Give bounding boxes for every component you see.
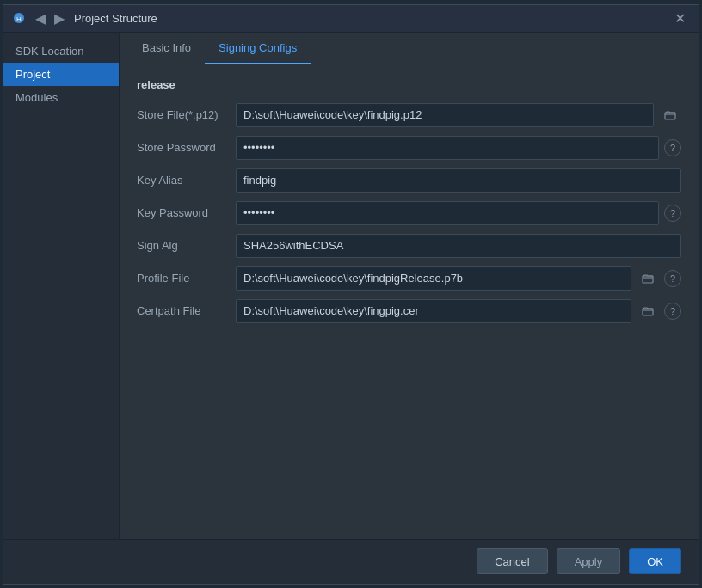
sign-alg-field bbox=[236, 234, 681, 258]
certpath-file-row: Certpath File ? bbox=[137, 299, 681, 323]
store-password-help-button[interactable]: ? bbox=[664, 139, 681, 156]
store-password-input[interactable] bbox=[236, 136, 659, 160]
app-icon: H bbox=[12, 11, 26, 25]
profile-file-row: Profile File ? bbox=[137, 266, 681, 291]
sidebar-item-sdk-location[interactable]: SDK Location bbox=[3, 40, 119, 63]
store-file-row: Store File(*.p12) bbox=[137, 103, 681, 127]
certpath-file-field: ? bbox=[236, 299, 681, 323]
project-structure-dialog: H ◀ ▶ Project Structure ✕ SDK Location P… bbox=[3, 4, 699, 585]
store-file-input[interactable] bbox=[236, 103, 654, 127]
key-alias-label: Key Alias bbox=[137, 174, 236, 187]
store-file-label: Store File(*.p12) bbox=[137, 108, 236, 121]
tab-basic-info[interactable]: Basic Info bbox=[128, 33, 205, 64]
store-password-field: ? bbox=[236, 136, 681, 160]
sidebar-item-project[interactable]: Project bbox=[3, 63, 119, 86]
svg-rect-3 bbox=[643, 276, 653, 283]
certpath-file-browse-button[interactable] bbox=[637, 300, 659, 322]
svg-rect-4 bbox=[643, 309, 653, 315]
svg-text:H: H bbox=[16, 15, 22, 23]
dialog-title: Project Structure bbox=[74, 12, 669, 25]
dialog-body: SDK Location Project Modules Basic Info … bbox=[3, 33, 699, 539]
title-bar: H ◀ ▶ Project Structure ✕ bbox=[3, 5, 699, 33]
key-password-label: Key Password bbox=[137, 206, 236, 219]
apply-button[interactable]: Apply bbox=[557, 548, 621, 574]
ok-button[interactable]: OK bbox=[629, 548, 681, 574]
cancel-button[interactable]: Cancel bbox=[477, 548, 547, 574]
certpath-file-help-button[interactable]: ? bbox=[664, 303, 681, 320]
certpath-file-input[interactable] bbox=[236, 299, 631, 323]
svg-rect-2 bbox=[665, 113, 675, 119]
key-alias-field bbox=[236, 168, 681, 193]
profile-file-field: ? bbox=[236, 266, 681, 291]
forward-arrow[interactable]: ▶ bbox=[52, 10, 67, 27]
key-password-help-button[interactable]: ? bbox=[664, 205, 681, 222]
section-title: release bbox=[137, 78, 681, 91]
sidebar: SDK Location Project Modules bbox=[3, 33, 120, 539]
store-file-field bbox=[236, 103, 681, 127]
certpath-file-label: Certpath File bbox=[137, 304, 236, 317]
sign-alg-row: Sign Alg bbox=[137, 234, 681, 258]
close-button[interactable]: ✕ bbox=[669, 8, 690, 28]
back-arrow[interactable]: ◀ bbox=[33, 10, 48, 27]
key-password-input[interactable] bbox=[236, 201, 659, 225]
profile-file-browse-button[interactable] bbox=[637, 267, 659, 290]
key-alias-input[interactable] bbox=[236, 168, 681, 193]
main-content: Basic Info Signing Configs release Store… bbox=[120, 33, 699, 539]
key-password-field: ? bbox=[236, 201, 681, 225]
tab-signing-configs[interactable]: Signing Configs bbox=[205, 33, 311, 64]
profile-file-label: Profile File bbox=[137, 272, 236, 285]
store-password-row: Store Password ? bbox=[137, 136, 681, 160]
key-alias-row: Key Alias bbox=[137, 168, 681, 193]
tabs: Basic Info Signing Configs bbox=[120, 33, 699, 64]
dialog-footer: Cancel Apply OK bbox=[3, 539, 699, 584]
sidebar-item-modules[interactable]: Modules bbox=[3, 86, 119, 109]
store-file-browse-button[interactable] bbox=[659, 104, 681, 126]
key-password-row: Key Password ? bbox=[137, 201, 681, 225]
sign-alg-input[interactable] bbox=[236, 234, 681, 258]
nav-arrows: ◀ ▶ bbox=[33, 10, 67, 27]
sign-alg-label: Sign Alg bbox=[137, 239, 236, 252]
profile-file-help-button[interactable]: ? bbox=[664, 270, 681, 287]
profile-file-input[interactable] bbox=[236, 266, 631, 291]
content-area: release Store File(*.p12) bbox=[120, 64, 699, 539]
store-password-label: Store Password bbox=[137, 141, 236, 154]
